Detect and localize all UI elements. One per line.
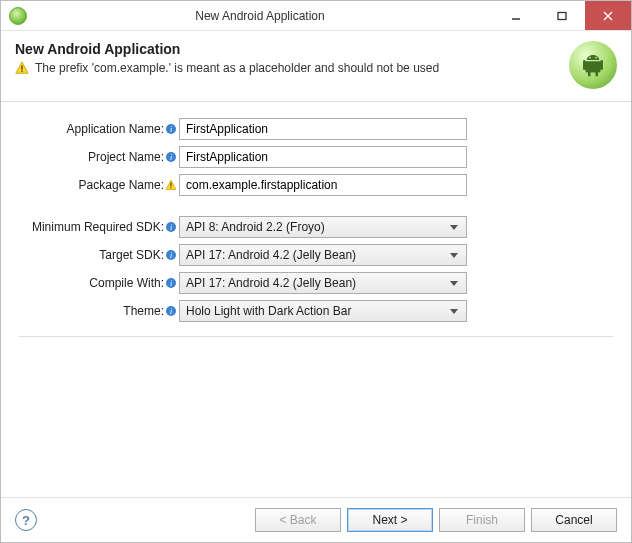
svg-line-3 [604, 12, 612, 20]
minimize-icon [511, 11, 521, 21]
svg-rect-1 [558, 12, 566, 19]
back-button[interactable]: < Back [255, 508, 341, 532]
close-icon [603, 11, 613, 21]
application-name-label: Application Name: [67, 122, 164, 136]
row-min-sdk: Minimum Required SDK: i API 8: Android 2… [19, 216, 613, 238]
android-logo [569, 41, 617, 89]
target-sdk-label: Target SDK: [99, 248, 164, 262]
svg-line-2 [604, 12, 612, 20]
svg-point-8 [595, 57, 597, 59]
row-compile-with: Compile With: i API 17: Android 4.2 (Jel… [19, 272, 613, 294]
finish-button[interactable]: Finish [439, 508, 525, 532]
compile-with-select[interactable]: API 17: Android 4.2 (Jelly Bean) [179, 272, 467, 294]
project-name-label: Project Name: [88, 150, 164, 164]
row-package-name: Package Name: [19, 174, 613, 196]
compile-with-value: API 17: Android 4.2 (Jelly Bean) [186, 276, 446, 290]
min-sdk-label: Minimum Required SDK: [32, 220, 164, 234]
info-icon[interactable]: i [165, 221, 177, 233]
next-button[interactable]: Next > [347, 508, 433, 532]
target-sdk-select[interactable]: API 17: Android 4.2 (Jelly Bean) [179, 244, 467, 266]
theme-select[interactable]: Holo Light with Dark Action Bar [179, 300, 467, 322]
svg-point-7 [589, 57, 591, 59]
row-target-sdk: Target SDK: i API 17: Android 4.2 (Jelly… [19, 244, 613, 266]
svg-rect-14 [170, 183, 171, 187]
info-icon[interactable]: i [165, 249, 177, 261]
compile-with-label: Compile With: [89, 276, 164, 290]
warning-icon[interactable] [165, 179, 177, 191]
svg-text:i: i [170, 251, 172, 260]
footer: ? < Back Next > Finish Cancel [1, 497, 631, 542]
window-title: New Android Application [27, 9, 493, 23]
min-sdk-select[interactable]: API 8: Android 2.2 (Froyo) [179, 216, 467, 238]
close-button[interactable] [585, 1, 631, 30]
row-project-name: Project Name: i [19, 146, 613, 168]
android-icon [578, 50, 608, 80]
chevron-down-icon [446, 253, 462, 258]
banner-message: The prefix 'com.example.' is meant as a … [35, 61, 439, 75]
theme-label: Theme: [123, 304, 164, 318]
svg-rect-15 [170, 187, 171, 188]
info-icon[interactable]: i [165, 277, 177, 289]
banner-message-row: The prefix 'com.example.' is meant as a … [15, 61, 561, 75]
minimize-button[interactable] [493, 1, 539, 30]
wizard-banner: New Android Application The prefix 'com.… [1, 31, 631, 102]
form-area: Application Name: i Project Name: i Pack… [1, 102, 631, 497]
maximize-button[interactable] [539, 1, 585, 30]
package-name-label: Package Name: [79, 178, 164, 192]
cancel-button[interactable]: Cancel [531, 508, 617, 532]
titlebar: New Android Application [1, 1, 631, 31]
window-controls [493, 1, 631, 30]
application-name-input[interactable] [179, 118, 467, 140]
package-name-input[interactable] [179, 174, 467, 196]
svg-rect-6 [21, 71, 22, 72]
theme-value: Holo Light with Dark Action Bar [186, 304, 446, 318]
svg-text:i: i [170, 279, 172, 288]
warning-icon [15, 61, 29, 75]
chevron-down-icon [446, 225, 462, 230]
help-icon: ? [22, 513, 30, 528]
divider [19, 336, 613, 337]
svg-text:i: i [170, 307, 172, 316]
info-icon[interactable]: i [165, 123, 177, 135]
row-theme: Theme: i Holo Light with Dark Action Bar [19, 300, 613, 322]
maximize-icon [557, 11, 567, 21]
info-icon[interactable]: i [165, 305, 177, 317]
svg-rect-5 [21, 65, 22, 69]
help-button[interactable]: ? [15, 509, 37, 531]
min-sdk-value: API 8: Android 2.2 (Froyo) [186, 220, 446, 234]
svg-text:i: i [170, 223, 172, 232]
row-application-name: Application Name: i [19, 118, 613, 140]
chevron-down-icon [446, 281, 462, 286]
app-icon [9, 7, 27, 25]
target-sdk-value: API 17: Android 4.2 (Jelly Bean) [186, 248, 446, 262]
page-title: New Android Application [15, 41, 561, 57]
svg-text:i: i [170, 125, 172, 134]
info-icon[interactable]: i [165, 151, 177, 163]
svg-text:i: i [170, 153, 172, 162]
chevron-down-icon [446, 309, 462, 314]
project-name-input[interactable] [179, 146, 467, 168]
